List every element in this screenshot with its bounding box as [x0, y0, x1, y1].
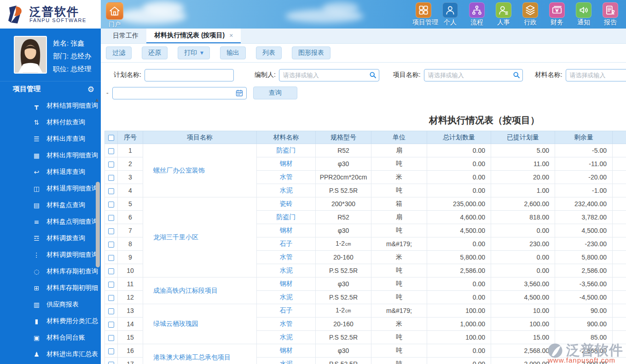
nav-workflow[interactable]: 流程: [466, 2, 488, 27]
row-checkbox[interactable]: [108, 362, 114, 364]
project-name-input[interactable]: [424, 69, 523, 81]
row-index-cell: 12: [118, 291, 143, 304]
row-checkbox[interactable]: [108, 242, 114, 248]
material-name-link[interactable]: 水泥: [257, 291, 316, 304]
scroll-up-arrow-icon[interactable]: ▲: [94, 98, 100, 102]
sidebar-item-8[interactable]: ≡材料盘点明细查询: [0, 214, 101, 230]
portal-button[interactable]: 门户: [104, 2, 125, 29]
row-checkbox[interactable]: [108, 228, 114, 234]
material-name-link[interactable]: 钢材: [257, 224, 316, 237]
print-button[interactable]: 打印▼: [178, 46, 210, 59]
material-name-link[interactable]: 水泥: [257, 331, 316, 344]
material-name-link[interactable]: 水泥: [257, 264, 316, 277]
material-name-link[interactable]: 石子: [257, 304, 316, 318]
nav-notification[interactable]: 通知: [573, 2, 595, 27]
nav-finance[interactable]: 财务: [546, 2, 568, 27]
button-label: 图形报表: [298, 49, 324, 57]
total-planned-cell: 0.00: [427, 144, 491, 157]
avatar: [14, 36, 47, 74]
sidebar-item-2[interactable]: ⇅材料付款查询: [0, 114, 101, 131]
row-checkbox[interactable]: [108, 308, 114, 314]
material-name-link[interactable]: 水泥: [257, 358, 316, 364]
query-button[interactable]: 查询: [253, 87, 297, 99]
project-name-link[interactable]: 成渝高铁内江标段项目: [143, 277, 257, 304]
search-icon[interactable]: [513, 71, 520, 79]
project-name-link[interactable]: 龙湖三千里小区: [143, 197, 257, 277]
row-checkbox[interactable]: [108, 215, 114, 221]
tab-material-execution-report[interactable]: 材料执行情况表 (按项目) ×: [146, 29, 241, 43]
row-checkbox[interactable]: [108, 322, 114, 328]
row-index-cell: 11: [118, 277, 143, 291]
close-icon[interactable]: ×: [229, 32, 233, 39]
sidebar-item-3[interactable]: ☰材料出库查询: [0, 131, 101, 147]
export-button[interactable]: 输出: [220, 46, 246, 59]
material-name-link[interactable]: 钢材: [257, 344, 316, 358]
material-name-link[interactable]: 石子: [257, 237, 316, 251]
search-icon[interactable]: [369, 71, 377, 79]
chart-report-button[interactable]: 图形报表: [292, 46, 330, 59]
row-checkbox[interactable]: [108, 175, 114, 181]
sidebar-item-7[interactable]: ▤材料盘点查询: [0, 197, 101, 214]
row-checkbox[interactable]: [108, 255, 114, 261]
row-checkbox[interactable]: [108, 282, 114, 288]
material-name-link[interactable]: 防盗门: [257, 144, 316, 157]
sidebar-item-label: 材料库存期初明细: [46, 284, 98, 292]
material-name-link[interactable]: 水管: [257, 251, 316, 264]
material-name-link[interactable]: 水管: [257, 318, 316, 331]
tab-daily-work[interactable]: 日常工作: [105, 29, 146, 43]
sidebar-item-6[interactable]: ◫材料退库明细查询: [0, 180, 101, 197]
spec-cell: φ30: [316, 277, 371, 291]
row-checkbox[interactable]: [108, 188, 114, 194]
row-checkbox[interactable]: [108, 348, 114, 354]
sidebar-item-1[interactable]: ┳材料结算明细查询: [0, 98, 101, 114]
remaining-cell: -2,568.00: [555, 344, 613, 358]
row-checkbox[interactable]: [108, 148, 114, 154]
restore-button[interactable]: 还原: [142, 46, 168, 59]
nav-administration[interactable]: 行政: [519, 2, 541, 27]
material-name-link[interactable]: 钢材: [257, 277, 316, 291]
remaining-cell: -20.00: [555, 171, 613, 184]
row-checkbox[interactable]: [108, 202, 114, 208]
material-name-link[interactable]: 瓷砖: [257, 197, 316, 211]
project-name-link[interactable]: 港珠澳大桥施工总承包项目: [143, 344, 257, 364]
calendar-icon[interactable]: [235, 89, 243, 97]
author-input[interactable]: [279, 69, 379, 81]
sidebar-item-14[interactable]: ▮材料费用分类汇总: [0, 313, 101, 329]
nav-hr[interactable]: 人事: [493, 2, 515, 27]
unit-cell: 吨: [371, 264, 427, 277]
sidebar-item-12[interactable]: ⊞材料库存期初明细: [0, 280, 101, 296]
material-name-link[interactable]: 水泥: [257, 184, 316, 197]
material-name-link[interactable]: 水管: [257, 171, 316, 184]
material-name-link[interactable]: 钢材: [257, 157, 316, 171]
project-name-link[interactable]: 螺丝厂办公室装饰: [143, 144, 257, 197]
sidebar-item-13[interactable]: ▥供应商报表: [0, 296, 101, 313]
sidebar-item-5[interactable]: ↩材料退库查询: [0, 164, 101, 180]
sidebar-item-4[interactable]: ▦材料出库明细查询: [0, 147, 101, 164]
date-input[interactable]: [112, 87, 247, 99]
select-all-checkbox[interactable]: [108, 135, 114, 141]
row-checkbox[interactable]: [108, 295, 114, 301]
nav-report[interactable]: 报告: [599, 2, 621, 27]
sidebar-item-10[interactable]: ⋮材料调拨明细查询: [0, 247, 101, 263]
sidebar-item-16[interactable]: ♟材料进出库汇总表: [0, 346, 101, 363]
project-name-link[interactable]: 绿城云栖玫瑰园: [143, 304, 257, 344]
nav-project-management[interactable]: 项目管理: [412, 2, 435, 27]
nav-personal[interactable]: 个人: [439, 2, 461, 27]
dots-vertical-icon: ⋮: [32, 251, 41, 259]
gear-icon[interactable]: ⚙: [87, 85, 94, 94]
material-name-input[interactable]: [566, 69, 626, 81]
issued-cell: 0.00: [491, 224, 555, 237]
sidebar-item-11[interactable]: ◌材料库存期初查询: [0, 263, 101, 280]
sidebar-item-9[interactable]: ☲材料调拨查询: [0, 230, 101, 247]
grid-small-icon: ⊞: [32, 284, 41, 292]
sidebar-item-15[interactable]: ▣材料合同台账: [0, 329, 101, 346]
plan-name-input[interactable]: [145, 69, 234, 81]
material-name-link[interactable]: 防盗门: [257, 211, 316, 224]
list-view-button[interactable]: 列表: [256, 46, 282, 59]
filter-button[interactable]: 过滤: [106, 46, 132, 59]
row-checkbox[interactable]: [108, 335, 114, 341]
row-checkbox[interactable]: [108, 268, 114, 274]
person-icon: [442, 2, 458, 18]
row-checkbox[interactable]: [108, 162, 114, 168]
sidebar-scrollbar-thumb[interactable]: [96, 182, 100, 267]
